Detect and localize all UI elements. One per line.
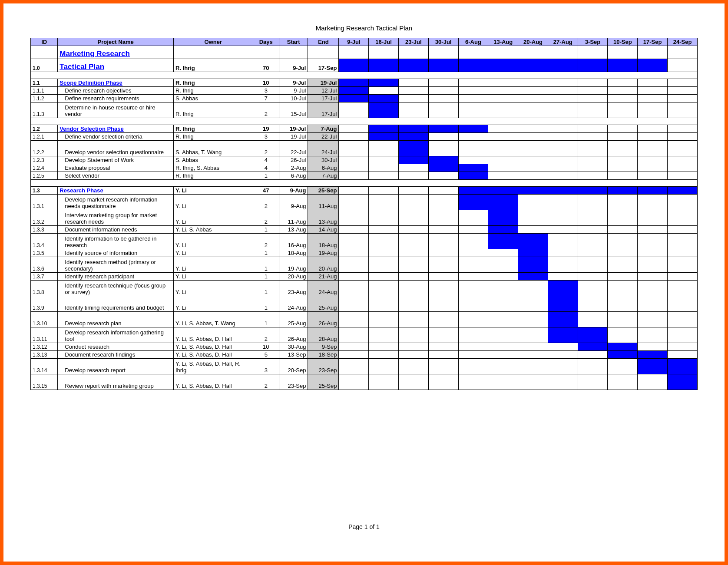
gantt-cell [578, 133, 608, 141]
cell-date: 11-Aug [308, 195, 339, 210]
gantt-cell [488, 195, 518, 210]
cell-date: 9-Jul [279, 79, 308, 87]
cell-id: 1.3.1 [31, 195, 58, 210]
gantt-cell [339, 46, 369, 59]
cell-days: 2 [253, 374, 279, 390]
gantt-cell [428, 257, 458, 273]
gantt-cell [398, 164, 428, 172]
gantt-cell [398, 257, 428, 273]
gantt-cell [518, 281, 548, 296]
cell-date: 18-Aug [308, 234, 339, 249]
gantt-cell [398, 312, 428, 327]
gantt-cell [668, 359, 698, 374]
cell-id: 1.3.6 [31, 257, 58, 273]
gantt-cell [608, 125, 638, 133]
cell-days: 10 [253, 343, 279, 351]
gantt-cell [339, 141, 369, 156]
gantt-cell [518, 125, 548, 133]
cell-date: 16-Aug [279, 234, 308, 249]
gantt-cell [398, 234, 428, 249]
cell-date: 20-Aug [308, 257, 339, 273]
cell-name: Review report with marketing group [58, 374, 174, 390]
gantt-cell [369, 374, 399, 390]
gantt-cell [548, 351, 578, 359]
gantt-cell [369, 296, 399, 312]
gantt-cell [578, 102, 608, 118]
gantt-cell [428, 95, 458, 102]
gantt-cell [548, 327, 578, 343]
cell-id: 1.3.2 [31, 210, 58, 226]
gantt-cell [668, 226, 698, 234]
cell-date: 26-Aug [308, 312, 339, 327]
gantt-cell [608, 210, 638, 226]
gantt-cell [668, 343, 698, 351]
gantt-cell [548, 133, 578, 141]
gantt-cell [518, 327, 548, 343]
gantt-cell [369, 249, 399, 257]
gantt-cell [578, 125, 608, 133]
gantt-cell [339, 164, 369, 172]
gantt-cell [398, 351, 428, 359]
gantt-cell [548, 226, 578, 234]
task-row: 1.3.2Interview marketing group for marke… [31, 210, 698, 226]
cell-id: 1.3.8 [31, 281, 58, 296]
gantt-cell [428, 249, 458, 257]
gantt-cell [398, 281, 428, 296]
gantt-cell [458, 210, 488, 226]
cell-id: 1.3.7 [31, 273, 58, 281]
header-week: 3-Sep [578, 38, 608, 46]
cell-id: 1.1.1 [31, 87, 58, 95]
gantt-cell [458, 257, 488, 273]
cell-days: 2 [253, 210, 279, 226]
gantt-cell [428, 234, 458, 249]
gantt-cell [488, 164, 518, 172]
gantt-cell [339, 172, 369, 180]
cell-id: 1.3.5 [31, 249, 58, 257]
gantt-cell [428, 296, 458, 312]
task-row: 1.1.2Define research requirementsS. Abba… [31, 95, 698, 102]
cell-name: Tactical Plan [58, 59, 174, 72]
gantt-cell [398, 59, 428, 72]
gantt-cell [578, 312, 608, 327]
gantt-cell [638, 249, 668, 257]
cell-date: 13-Aug [308, 210, 339, 226]
cell-date: 6-Aug [279, 172, 308, 180]
gantt-cell [339, 226, 369, 234]
gantt-cell [339, 359, 369, 374]
gantt-cell [398, 79, 428, 87]
gantt-cell [518, 102, 548, 118]
gantt-cell [428, 141, 458, 156]
task-row: 1.3.4Identify information to be gathered… [31, 234, 698, 249]
cell-id: 1.0 [31, 59, 58, 72]
cell-date: 19-Aug [279, 257, 308, 273]
phase-row: 1.2Vendor Selection PhaseR. Ihrig1919-Ju… [31, 125, 698, 133]
gantt-cell [339, 273, 369, 281]
cell-owner: Y. Li, S. Abbas, D. Hall, R. Ihrig [173, 359, 253, 374]
cell-days: 5 [253, 351, 279, 359]
gantt-cell [339, 195, 369, 210]
gantt-cell [518, 351, 548, 359]
cell-owner: Y. Li [173, 187, 253, 195]
gantt-cell [458, 125, 488, 133]
gantt-cell [638, 343, 668, 351]
gantt-cell [518, 234, 548, 249]
cell-owner [173, 46, 253, 59]
gantt-cell [638, 226, 668, 234]
gantt-cell [578, 351, 608, 359]
gantt-cell [369, 195, 399, 210]
cell-date: 22-Jul [279, 141, 308, 156]
gantt-cell [638, 374, 668, 390]
gantt-cell [398, 187, 428, 195]
gantt-cell [458, 374, 488, 390]
gantt-cell [488, 95, 518, 102]
gantt-cell [369, 102, 399, 118]
gantt-cell [608, 46, 638, 59]
gantt-cell [518, 273, 548, 281]
header-days: Days [253, 38, 279, 46]
gantt-cell [488, 374, 518, 390]
gantt-cell [369, 156, 399, 164]
gantt-cell [578, 359, 608, 374]
gantt-cell [339, 125, 369, 133]
gantt-cell [398, 327, 428, 343]
cell-days: 1 [253, 226, 279, 234]
